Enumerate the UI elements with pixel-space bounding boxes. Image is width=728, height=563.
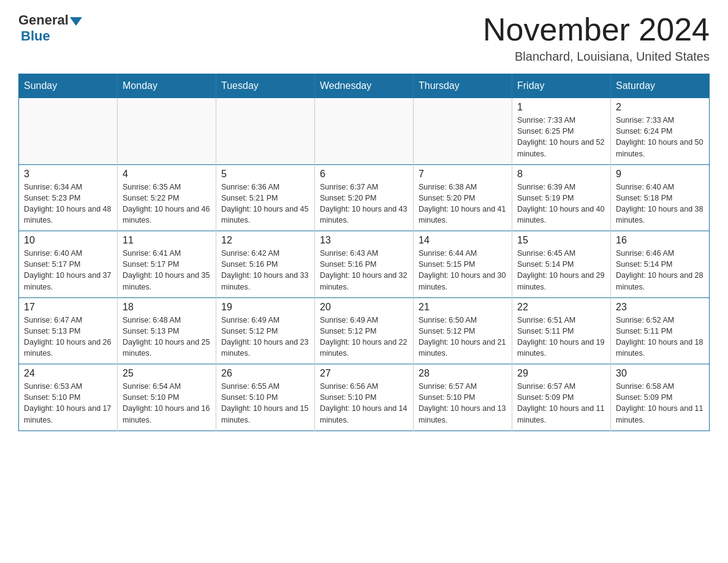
day-info: Sunrise: 6:58 AMSunset: 5:09 PMDaylight:…	[616, 381, 704, 426]
day-info: Sunrise: 6:46 AMSunset: 5:14 PMDaylight:…	[616, 248, 704, 293]
day-info: Sunrise: 6:38 AMSunset: 5:20 PMDaylight:…	[419, 182, 507, 226]
logo-blue-label: Blue	[21, 28, 50, 44]
calendar-cell: 24Sunrise: 6:53 AMSunset: 5:10 PMDayligh…	[19, 364, 118, 431]
page-header: General Blue November 2024 Blanchard, Lo…	[18, 12, 710, 64]
day-number: 24	[24, 368, 112, 379]
header-friday: Friday	[512, 74, 611, 98]
day-number: 8	[517, 169, 605, 180]
day-info: Sunrise: 6:40 AMSunset: 5:17 PMDaylight:…	[24, 248, 112, 293]
calendar-cell: 10Sunrise: 6:40 AMSunset: 5:17 PMDayligh…	[19, 231, 118, 298]
day-number: 20	[320, 302, 408, 313]
day-info: Sunrise: 6:45 AMSunset: 5:14 PMDaylight:…	[517, 248, 605, 293]
day-number: 26	[221, 368, 309, 379]
day-number: 3	[24, 169, 112, 180]
day-number: 14	[419, 235, 507, 246]
day-info: Sunrise: 6:44 AMSunset: 5:15 PMDaylight:…	[419, 248, 507, 293]
day-number: 11	[123, 235, 211, 246]
day-info: Sunrise: 6:54 AMSunset: 5:10 PMDaylight:…	[123, 381, 211, 426]
day-info: Sunrise: 6:49 AMSunset: 5:12 PMDaylight:…	[221, 315, 309, 359]
week-row-3: 17Sunrise: 6:47 AMSunset: 5:13 PMDayligh…	[19, 297, 710, 364]
day-info: Sunrise: 6:57 AMSunset: 5:09 PMDaylight:…	[517, 381, 605, 426]
day-info: Sunrise: 6:53 AMSunset: 5:10 PMDaylight:…	[24, 381, 112, 426]
day-number: 7	[419, 169, 507, 180]
week-row-4: 24Sunrise: 6:53 AMSunset: 5:10 PMDayligh…	[19, 364, 710, 431]
day-info: Sunrise: 6:36 AMSunset: 5:21 PMDaylight:…	[221, 182, 309, 226]
day-number: 6	[320, 169, 408, 180]
calendar-cell: 11Sunrise: 6:41 AMSunset: 5:17 PMDayligh…	[118, 231, 216, 298]
calendar-cell: 7Sunrise: 6:38 AMSunset: 5:20 PMDaylight…	[414, 164, 512, 231]
calendar-cell: 16Sunrise: 6:46 AMSunset: 5:14 PMDayligh…	[611, 231, 710, 298]
day-info: Sunrise: 6:52 AMSunset: 5:11 PMDaylight:…	[616, 315, 704, 359]
calendar-cell: 5Sunrise: 6:36 AMSunset: 5:21 PMDaylight…	[216, 164, 315, 231]
days-header-row: SundayMondayTuesdayWednesdayThursdayFrid…	[19, 74, 710, 98]
day-number: 28	[419, 368, 507, 379]
day-info: Sunrise: 6:51 AMSunset: 5:11 PMDaylight:…	[517, 315, 605, 359]
header-wednesday: Wednesday	[315, 74, 414, 98]
calendar-cell: 26Sunrise: 6:55 AMSunset: 5:10 PMDayligh…	[216, 364, 315, 431]
calendar-cell: 27Sunrise: 6:56 AMSunset: 5:10 PMDayligh…	[315, 364, 414, 431]
day-info: Sunrise: 6:41 AMSunset: 5:17 PMDaylight:…	[123, 248, 211, 293]
day-info: Sunrise: 6:35 AMSunset: 5:22 PMDaylight:…	[123, 182, 211, 226]
calendar-cell: 17Sunrise: 6:47 AMSunset: 5:13 PMDayligh…	[19, 297, 118, 364]
day-number: 4	[123, 169, 211, 180]
day-number: 9	[616, 169, 704, 180]
calendar-cell: 8Sunrise: 6:39 AMSunset: 5:19 PMDaylight…	[512, 164, 611, 231]
calendar-cell: 12Sunrise: 6:42 AMSunset: 5:16 PMDayligh…	[216, 231, 315, 298]
day-number: 17	[24, 302, 112, 313]
calendar-cell: 25Sunrise: 6:54 AMSunset: 5:10 PMDayligh…	[118, 364, 216, 431]
day-info: Sunrise: 6:48 AMSunset: 5:13 PMDaylight:…	[123, 315, 211, 359]
logo-text: General	[18, 12, 82, 28]
calendar-table: SundayMondayTuesdayWednesdayThursdayFrid…	[18, 74, 710, 431]
day-number: 15	[517, 235, 605, 246]
day-number: 16	[616, 235, 704, 246]
logo-arrow-icon	[70, 17, 82, 26]
calendar-cell: 3Sunrise: 6:34 AMSunset: 5:23 PMDaylight…	[19, 164, 118, 231]
calendar-cell	[118, 98, 216, 165]
day-number: 1	[517, 102, 605, 113]
title-area: November 2024 Blanchard, Louisiana, Unit…	[483, 12, 710, 64]
day-info: Sunrise: 6:40 AMSunset: 5:18 PMDaylight:…	[616, 182, 704, 226]
day-info: Sunrise: 7:33 AMSunset: 6:25 PMDaylight:…	[517, 115, 605, 159]
logo: General Blue	[18, 12, 82, 44]
calendar-cell: 19Sunrise: 6:49 AMSunset: 5:12 PMDayligh…	[216, 297, 315, 364]
calendar-cell: 30Sunrise: 6:58 AMSunset: 5:09 PMDayligh…	[611, 364, 710, 431]
day-number: 2	[616, 102, 704, 113]
calendar-cell: 15Sunrise: 6:45 AMSunset: 5:14 PMDayligh…	[512, 231, 611, 298]
day-number: 30	[616, 368, 704, 379]
day-info: Sunrise: 6:57 AMSunset: 5:10 PMDaylight:…	[419, 381, 507, 426]
day-info: Sunrise: 6:43 AMSunset: 5:16 PMDaylight:…	[320, 248, 408, 293]
calendar-subtitle: Blanchard, Louisiana, United States	[483, 50, 710, 64]
day-info: Sunrise: 6:34 AMSunset: 5:23 PMDaylight:…	[24, 182, 112, 226]
calendar-cell: 18Sunrise: 6:48 AMSunset: 5:13 PMDayligh…	[118, 297, 216, 364]
day-number: 23	[616, 302, 704, 313]
calendar-cell: 6Sunrise: 6:37 AMSunset: 5:20 PMDaylight…	[315, 164, 414, 231]
day-number: 13	[320, 235, 408, 246]
day-number: 12	[221, 235, 309, 246]
day-info: Sunrise: 6:37 AMSunset: 5:20 PMDaylight:…	[320, 182, 408, 226]
calendar-cell: 28Sunrise: 6:57 AMSunset: 5:10 PMDayligh…	[414, 364, 512, 431]
day-number: 25	[123, 368, 211, 379]
calendar-cell: 1Sunrise: 7:33 AMSunset: 6:25 PMDaylight…	[512, 98, 611, 165]
calendar-cell: 21Sunrise: 6:50 AMSunset: 5:12 PMDayligh…	[414, 297, 512, 364]
calendar-cell	[216, 98, 315, 165]
calendar-cell	[19, 98, 118, 165]
day-info: Sunrise: 6:49 AMSunset: 5:12 PMDaylight:…	[320, 315, 408, 359]
day-number: 5	[221, 169, 309, 180]
day-info: Sunrise: 6:42 AMSunset: 5:16 PMDaylight:…	[221, 248, 309, 293]
week-row-1: 3Sunrise: 6:34 AMSunset: 5:23 PMDaylight…	[19, 164, 710, 231]
day-info: Sunrise: 6:55 AMSunset: 5:10 PMDaylight:…	[221, 381, 309, 426]
calendar-cell: 14Sunrise: 6:44 AMSunset: 5:15 PMDayligh…	[414, 231, 512, 298]
day-info: Sunrise: 6:39 AMSunset: 5:19 PMDaylight:…	[517, 182, 605, 226]
day-number: 19	[221, 302, 309, 313]
day-number: 22	[517, 302, 605, 313]
calendar-cell: 13Sunrise: 6:43 AMSunset: 5:16 PMDayligh…	[315, 231, 414, 298]
day-number: 29	[517, 368, 605, 379]
calendar-cell: 2Sunrise: 7:33 AMSunset: 6:24 PMDaylight…	[611, 98, 710, 165]
calendar-cell	[414, 98, 512, 165]
day-info: Sunrise: 6:50 AMSunset: 5:12 PMDaylight:…	[419, 315, 507, 359]
calendar-cell: 20Sunrise: 6:49 AMSunset: 5:12 PMDayligh…	[315, 297, 414, 364]
header-thursday: Thursday	[414, 74, 512, 98]
header-monday: Monday	[118, 74, 216, 98]
week-row-0: 1Sunrise: 7:33 AMSunset: 6:25 PMDaylight…	[19, 98, 710, 165]
calendar-cell: 4Sunrise: 6:35 AMSunset: 5:22 PMDaylight…	[118, 164, 216, 231]
